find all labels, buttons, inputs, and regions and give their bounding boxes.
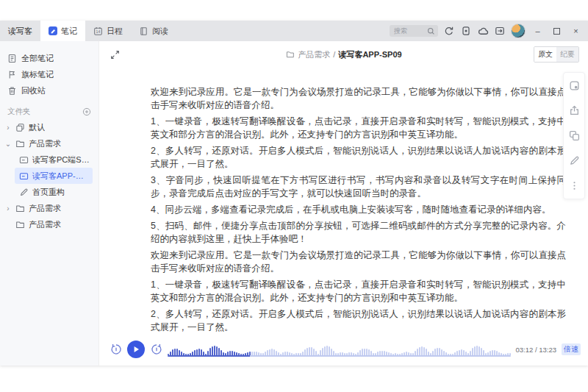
svg-text:14: 14 <box>96 29 101 33</box>
note-icon <box>19 155 29 165</box>
more-icon[interactable] <box>569 180 580 191</box>
sidebar-item-label: 回收站 <box>21 85 46 96</box>
calendar-icon: 14 <box>93 26 103 36</box>
edit-icon[interactable] <box>569 155 580 166</box>
sidebar-folder-product-requirements-3[interactable]: 产品需求 <box>0 216 98 232</box>
tab-label: 阅读 <box>152 26 168 37</box>
side-toolbar <box>563 72 585 199</box>
tab-notes[interactable]: 笔记 <box>40 21 85 41</box>
app-window: 读写客 笔记 14 日程 阅读 <box>0 21 588 366</box>
sidebar-note-pc-sp10[interactable]: 读写客PC端SP10 <box>0 152 98 168</box>
toggle-summary[interactable]: 纪要 <box>556 47 578 62</box>
tab-reading[interactable]: 阅读 <box>131 21 176 41</box>
view-toggle: 原文 纪要 <box>534 46 579 63</box>
sidebar: 全部笔记 旗标笔记 回收站 文件夹 <box>0 41 99 366</box>
share-icon[interactable] <box>569 105 580 116</box>
note-icon <box>19 171 29 181</box>
sidebar-item-flagged-notes[interactable]: 旗标笔记 <box>0 66 98 82</box>
main-panel: 产品需求 / 读写客APP-SP09 原文 纪要 <box>99 41 588 366</box>
forward-icon[interactable] <box>150 343 162 356</box>
paragraph[interactable]: 5、扫码、邮件，便捷分享点击顶部的分享按钮，可选择二维码或邮件的方式分享完整的记… <box>151 219 566 246</box>
folder-icon <box>15 204 25 213</box>
folder-label: 默认 <box>29 122 45 133</box>
folders-section-header: 文件夹 <box>0 104 98 119</box>
notes-list-icon <box>7 54 17 63</box>
search-icon <box>426 26 435 35</box>
sync-icon[interactable] <box>443 25 455 37</box>
rewind-icon[interactable] <box>110 343 122 356</box>
paragraph[interactable]: 4、同步云端，多端查看记录完成后，在手机或电脑上安装读写客，随时随地查看记录的详… <box>151 203 566 216</box>
chevron-right-icon[interactable]: › <box>4 204 12 213</box>
sidebar-note-homepage-refactor[interactable]: 首页重构 <box>0 184 98 200</box>
titlebar: 读写客 笔记 14 日程 阅读 <box>0 21 588 41</box>
breadcrumb: 产品需求 / 读写客APP-SP09 <box>285 49 401 60</box>
folder-icon <box>15 139 25 149</box>
paragraph[interactable]: 欢迎来到记录应用。它是一款专门为会议场景打造的记录工具，它能够为你做以下事情，你… <box>151 85 566 112</box>
fullscreen-icon[interactable] <box>108 48 121 61</box>
search-input[interactable] <box>392 26 425 35</box>
app-name: 读写客 <box>0 21 40 41</box>
pencil-icon <box>19 188 29 197</box>
sidebar-item-label: 全部笔记 <box>21 53 54 64</box>
export-icon[interactable] <box>494 25 506 37</box>
content-header: 产品需求 / 读写客APP-SP09 原文 纪要 <box>99 41 588 68</box>
minimize-button[interactable]: – <box>531 25 545 37</box>
user-avatar[interactable] <box>511 24 526 38</box>
play-button[interactable] <box>127 341 145 358</box>
paragraph[interactable]: 3、字音同步，快速回听提笔在下方书写区进行书写，书写内容和录音以及转写文字在时间… <box>151 174 566 200</box>
titlebar-actions: – × <box>390 21 588 41</box>
sidebar-item-label: 旗标笔记 <box>21 69 54 80</box>
paragraph[interactable]: 2、多人转写，还原对话。开启多人模式后，智能识别说话人，识别结果以说话人加说话内… <box>151 307 566 332</box>
notes-tab-icon <box>49 26 57 35</box>
time-display: 03:12 / 13:23 <box>516 346 556 354</box>
add-folder-icon[interactable] <box>82 107 91 117</box>
paragraph[interactable]: 1、一键录音，极速转写翻译唤醒设备，点击记录，直接开启录音和实时转写，智能识别模… <box>151 115 566 141</box>
note-label: 读写客PC端SP10 <box>32 154 94 165</box>
progress-track[interactable] <box>168 355 511 357</box>
sidebar-folder-product-requirements-1[interactable]: ⌄ 产品需求 <box>0 135 98 152</box>
paragraph[interactable]: 2、多人转写，还原对话。开启多人模式后，智能识别说话人，识别结果以说话人加说话内… <box>151 144 566 171</box>
collection-icon <box>15 123 25 132</box>
page-title: 读写客APP-SP09 <box>338 49 401 60</box>
waveform[interactable] <box>168 344 511 355</box>
playback-speed-button[interactable]: 倍速 <box>562 343 581 355</box>
recorder-device-icon[interactable] <box>460 25 472 37</box>
close-button[interactable]: × <box>569 25 583 37</box>
toggle-original-text[interactable]: 原文 <box>534 47 556 62</box>
cloud-icon[interactable] <box>477 25 489 37</box>
breadcrumb-separator: / <box>333 50 335 59</box>
recorder-icon[interactable] <box>569 80 580 91</box>
paragraph[interactable]: 1、一键录音，极速转写翻译唤醒设备，点击记录，直接开启录音和实时转写，智能识别模… <box>151 278 566 304</box>
maximize-button[interactable] <box>550 25 564 37</box>
sidebar-note-app-sp09[interactable]: 读写客APP-SP09 <box>15 168 93 184</box>
search-box[interactable] <box>390 25 438 37</box>
folder-label: 产品需求 <box>29 203 61 214</box>
folder-label: 产品需求 <box>29 219 61 230</box>
book-icon <box>139 26 148 36</box>
tab-label: 日程 <box>107 26 123 37</box>
audio-player: 03:12 / 13:23 倍速 <box>110 340 581 359</box>
breadcrumb-folder[interactable]: 产品需求 <box>298 49 330 60</box>
trash-icon <box>7 86 17 96</box>
transcript: 欢迎来到记录应用。它是一款专门为会议场景打造的记录工具，它能够为你做以下事情，你… <box>99 68 588 332</box>
tab-label: 笔记 <box>61 26 77 37</box>
chevron-down-icon[interactable]: ⌄ <box>4 140 12 148</box>
flag-icon <box>7 70 17 79</box>
sidebar-item-trash[interactable]: 回收站 <box>0 82 98 99</box>
sidebar-folder-default[interactable]: › 默认 <box>0 119 98 135</box>
waveform-area[interactable] <box>168 343 511 357</box>
paragraph[interactable]: 欢迎来到记录应用。它是一款专门为会议场景打造的记录工具，它能够为你做以下事情，你… <box>151 249 566 275</box>
folders-label: 文件夹 <box>7 107 31 117</box>
tab-schedule[interactable]: 14 日程 <box>85 21 131 41</box>
sidebar-item-all-notes[interactable]: 全部笔记 <box>0 50 98 66</box>
sidebar-folder-product-requirements-2[interactable]: › 产品需求 <box>0 200 98 216</box>
folder-icon <box>285 50 295 60</box>
note-label: 读写客APP-SP09 <box>32 171 88 182</box>
chevron-right-icon[interactable]: › <box>4 124 12 132</box>
maximize-icon <box>553 28 560 35</box>
note-label: 首页重构 <box>32 187 65 198</box>
folder-icon <box>15 220 25 229</box>
translate-icon[interactable] <box>569 130 580 141</box>
folder-label: 产品需求 <box>29 138 61 149</box>
